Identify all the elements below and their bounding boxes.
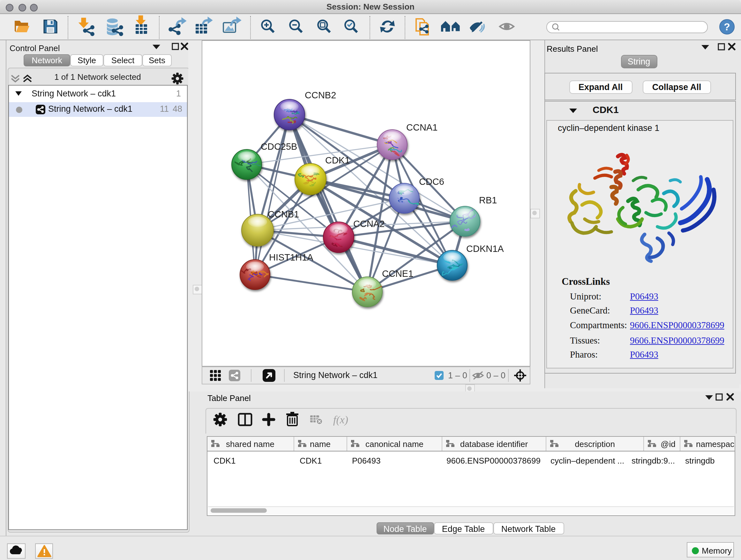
svg-text:CCNA2: CCNA2 bbox=[353, 219, 384, 229]
svg-text:CCNB2: CCNB2 bbox=[305, 90, 336, 100]
svg-text:CDC25B: CDC25B bbox=[260, 141, 297, 151]
svg-text:CDC6: CDC6 bbox=[419, 176, 444, 186]
svg-text:CCNA1: CCNA1 bbox=[406, 122, 437, 132]
svg-text:?: ? bbox=[724, 21, 730, 32]
svg-text:f(x): f(x) bbox=[333, 414, 348, 426]
svg-text:CDKN1A: CDKN1A bbox=[466, 243, 503, 253]
svg-text:CCNB1: CCNB1 bbox=[267, 209, 299, 219]
svg-text:CDK1: CDK1 bbox=[325, 155, 349, 165]
svg-text:RB1: RB1 bbox=[479, 195, 496, 205]
svg-text:0 – 0: 0 – 0 bbox=[486, 370, 505, 380]
svg-text:1 – 0: 1 – 0 bbox=[448, 370, 467, 380]
svg-text:CCNE1: CCNE1 bbox=[382, 268, 413, 278]
svg-text:HIST1H1A: HIST1H1A bbox=[269, 252, 313, 262]
